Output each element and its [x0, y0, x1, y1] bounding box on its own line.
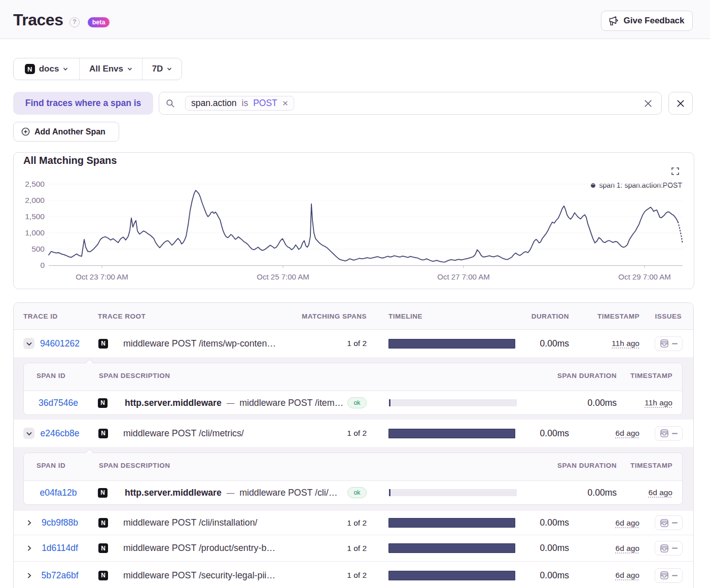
svg-text:Oct 25 7:00 AM: Oct 25 7:00 AM	[257, 272, 309, 281]
svg-text:500: 500	[31, 245, 45, 253]
svg-text:Oct 23 7:00 AM: Oct 23 7:00 AM	[76, 272, 128, 281]
svg-text:1,000: 1,000	[25, 228, 45, 237]
svg-text:Oct 27 7:00 AM: Oct 27 7:00 AM	[437, 272, 489, 281]
svg-text:Oct 29 7:00 AM: Oct 29 7:00 AM	[618, 272, 670, 281]
svg-text:2,500: 2,500	[25, 180, 45, 188]
svg-text:2,000: 2,000	[25, 196, 45, 204]
svg-text:0: 0	[40, 261, 45, 269]
svg-text:1,500: 1,500	[25, 212, 45, 221]
